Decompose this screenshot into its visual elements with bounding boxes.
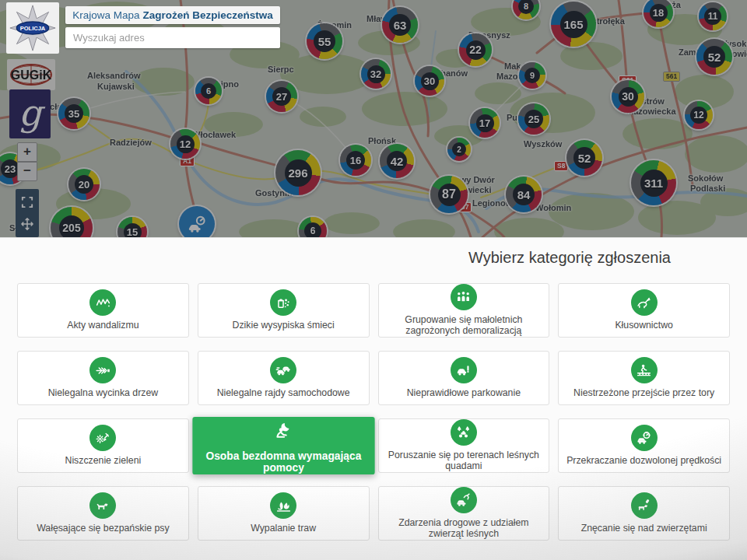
app-title-bold: Zagrożeń Bezpieczeństwa: [143, 9, 273, 21]
category-tile[interactable]: Niestrzeżone przejście przez tory: [558, 351, 730, 405]
graffiti-icon: [95, 295, 111, 311]
category-panel: Wybierz kategorię zgłoszenia Akty wandal…: [0, 237, 747, 560]
category-label: Osoba bezdomna wymagająca pomocy: [192, 450, 374, 474]
stray-dogs-icon: [95, 498, 111, 514]
greenery-destruction-icon: [95, 430, 111, 446]
minors-group-icon: [451, 284, 477, 310]
geoportal-g: g: [19, 93, 46, 134]
category-label: Nielegalna wycinka drzew: [42, 388, 164, 399]
geoportal-logo[interactable]: g: [9, 89, 51, 138]
greenery-destruction-icon: [89, 425, 116, 451]
panel-title: Wybierz kategorię zgłoszenia: [0, 238, 747, 283]
poaching-icon: [636, 295, 652, 311]
homeless-person-icon: [272, 420, 295, 443]
trash-dump-icon: [275, 295, 292, 311]
category-label: Niestrzeżone przejście przez tory: [567, 388, 721, 399]
stray-dogs-icon: [89, 492, 116, 519]
app-title-normal: Krajowa Mapa: [72, 9, 139, 21]
category-tile[interactable]: Przekraczanie dozwolonej prędkości: [558, 418, 730, 473]
category-label: Grupowanie się małoletnich zagrożonych d…: [379, 315, 549, 336]
policja-text: POLICJA: [20, 25, 46, 32]
animal-abuse-icon: [631, 492, 658, 519]
category-tile[interactable]: Nielegalne rajdy samochodowe: [198, 351, 370, 405]
minors-group-icon: [455, 289, 472, 306]
trash-dump-icon: [270, 289, 296, 316]
category-label: Zdarzenia drogowe z udziałem zwierząt le…: [379, 518, 549, 539]
pan-icon[interactable]: [20, 217, 34, 231]
category-label: Nieprawidłowe parkowanie: [401, 388, 527, 399]
rail-crossing-icon: [636, 362, 652, 379]
zoom-out-button[interactable]: −: [17, 162, 37, 181]
map-tool-column: [16, 189, 39, 237]
category-label: Nielegalne rajdy samochodowe: [211, 388, 356, 399]
category-tile[interactable]: Wypalanie traw: [198, 486, 370, 541]
speeding-icon: [636, 430, 652, 446]
category-tile[interactable]: Kłusownictwo: [558, 283, 730, 338]
tree-felling-icon: [95, 362, 111, 379]
graffiti-icon: [89, 289, 116, 316]
zoom-in-button[interactable]: +: [17, 142, 37, 162]
category-tile[interactable]: Niszczenie zieleni: [17, 418, 189, 473]
category-tile[interactable]: Grupowanie się małoletnich zagrożonych d…: [378, 283, 550, 338]
policja-logo[interactable]: POLICJA: [6, 2, 59, 54]
app-window: ŻurominMławaPrzasnyszCiechanówMakówMazow…: [0, 0, 747, 560]
gugik-logo[interactable]: GUGiK: [7, 59, 55, 90]
category-label: Znęcanie się nad zwierzętami: [575, 523, 714, 534]
category-tile[interactable]: Nieprawidłowe parkowanie: [378, 351, 550, 405]
category-tile[interactable]: Nielegalna wycinka drzew: [17, 351, 189, 405]
wrong-parking-icon: [455, 362, 472, 379]
category-tile[interactable]: Poruszanie się po terenach leśnych quada…: [378, 418, 550, 473]
grass-burning-icon: [275, 498, 292, 514]
poaching-icon: [631, 289, 658, 316]
grass-burning-icon: [270, 492, 296, 519]
category-tile[interactable]: Wałęsające się bezpańskie psy: [17, 486, 189, 541]
animal-collision-icon: [451, 487, 477, 513]
category-label: Akty wandalizmu: [61, 320, 145, 331]
animal-abuse-icon: [636, 498, 652, 514]
forest-quads-icon: [451, 419, 477, 446]
fullscreen-icon[interactable]: [20, 195, 34, 209]
car-racing-icon: [275, 362, 292, 379]
category-label: Poruszanie się po terenach leśnych quada…: [379, 450, 549, 471]
speeding-icon: [631, 425, 658, 451]
category-label: Przekraczanie dozwolonej prędkości: [560, 456, 728, 467]
category-tile[interactable]: Osoba bezdomna wymagająca pomocy: [192, 417, 374, 474]
car-racing-icon: [270, 357, 296, 383]
category-label: Kłusownictwo: [608, 320, 679, 331]
forest-quads-icon: [455, 425, 472, 441]
map-area[interactable]: ŻurominMławaPrzasnyszCiechanówMakówMazow…: [0, 0, 747, 237]
wrong-parking-icon: [451, 357, 477, 383]
category-label: Wypalanie traw: [244, 523, 322, 534]
rail-crossing-icon: [631, 357, 658, 383]
category-tile[interactable]: Zdarzenia drogowe z udziałem zwierząt le…: [378, 486, 550, 541]
category-label: Wałęsające się bezpańskie psy: [30, 523, 175, 534]
category-grid: Akty wandalizmuDzikie wysypiska śmieciGr…: [0, 283, 747, 541]
category-tile[interactable]: Dzikie wysypiska śmieci: [198, 283, 370, 338]
tree-felling-icon: [89, 357, 116, 383]
search-input[interactable]: [65, 27, 280, 48]
gugik-text: GUGiK: [11, 68, 52, 82]
category-tile[interactable]: Znęcanie się nad zwierzętami: [558, 486, 730, 541]
animal-collision-icon: [455, 492, 472, 509]
category-tile[interactable]: Akty wandalizmu: [17, 283, 189, 338]
category-label: Niszczenie zieleni: [59, 456, 148, 467]
category-label: Dzikie wysypiska śmieci: [226, 320, 341, 331]
app-title: Krajowa Mapa Zagrożeń Bezpieczeństwa: [65, 6, 280, 24]
homeless-person-icon: [269, 418, 297, 446]
